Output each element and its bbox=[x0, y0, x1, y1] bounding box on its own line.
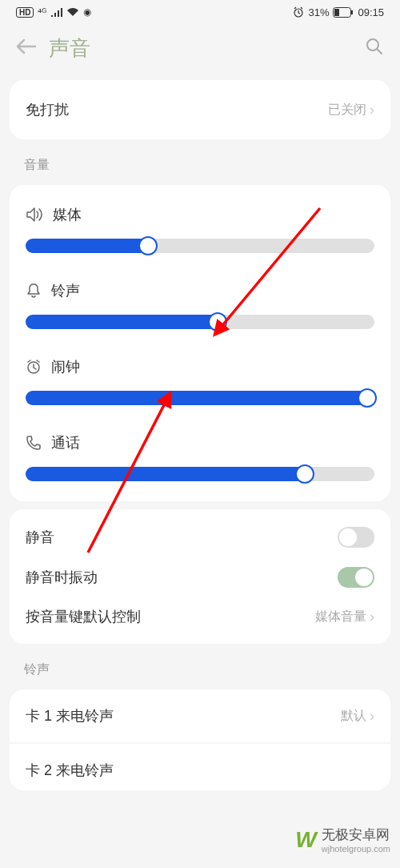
silent-row[interactable]: 静音 bbox=[26, 517, 374, 557]
svg-rect-2 bbox=[334, 9, 339, 16]
silent-label: 静音 bbox=[26, 528, 54, 547]
ring-slider-fill bbox=[26, 315, 218, 329]
call-slider-fill bbox=[26, 467, 305, 481]
volume-key-row[interactable]: 按音量键默认控制 媒体音量 › bbox=[26, 597, 374, 636]
clock-icon bbox=[26, 359, 42, 375]
status-right: 31% 09:15 bbox=[293, 6, 384, 18]
vibrate-toggle[interactable] bbox=[338, 567, 374, 588]
sim1-ringtone-row[interactable]: 卡 1 来电铃声 默认 › bbox=[10, 689, 390, 742]
svg-rect-3 bbox=[351, 10, 353, 14]
dnd-label: 免打扰 bbox=[26, 100, 69, 119]
chevron-right-icon: › bbox=[370, 708, 374, 725]
vibrate-label: 静音时振动 bbox=[26, 568, 98, 587]
dnd-row: 免打扰 已关闭 › bbox=[26, 98, 374, 122]
media-slider-item: 媒体 bbox=[26, 205, 374, 253]
sim2-ringtone-row[interactable]: 卡 2 来电铃声 bbox=[10, 744, 390, 790]
ring-slider-thumb[interactable] bbox=[208, 312, 227, 332]
sim2-label: 卡 2 来电铃声 bbox=[26, 761, 114, 780]
signal-4g: ⁴ᴳ bbox=[38, 6, 46, 18]
watermark-logo: W bbox=[295, 827, 316, 853]
volume-key-label: 按音量键默认控制 bbox=[26, 607, 141, 626]
dnd-value: 已关闭 bbox=[328, 102, 366, 119]
ring-slider[interactable] bbox=[26, 315, 374, 329]
sim1-label: 卡 1 来电铃声 bbox=[26, 706, 114, 725]
watermark: W 无极安卓网 wjhotelgroup.com bbox=[295, 826, 390, 854]
search-icon bbox=[365, 37, 384, 56]
back-button[interactable] bbox=[16, 37, 37, 59]
dnd-card[interactable]: 免打扰 已关闭 › bbox=[10, 80, 390, 139]
battery-percent: 31% bbox=[308, 6, 329, 18]
call-slider[interactable] bbox=[26, 467, 374, 481]
watermark-url: wjhotelgroup.com bbox=[322, 844, 390, 854]
hd-badge: HD bbox=[16, 7, 34, 18]
status-bar: HD ⁴ᴳ ◉ 31% 09:15 bbox=[0, 0, 400, 24]
media-label-row: 媒体 bbox=[26, 205, 374, 224]
alarm-slider-item: 闹钟 bbox=[26, 357, 374, 405]
alarm-slider-fill bbox=[26, 391, 367, 405]
volume-key-value: 媒体音量 bbox=[315, 609, 366, 625]
options-card: 静音 静音时振动 按音量键默认控制 媒体音量 › bbox=[10, 509, 390, 644]
volume-key-value-wrap: 媒体音量 › bbox=[315, 609, 374, 625]
dnd-value-wrap: 已关闭 › bbox=[328, 102, 374, 119]
toggle-knob bbox=[339, 528, 357, 546]
page-title: 声音 bbox=[49, 34, 353, 62]
globe-icon: ◉ bbox=[83, 6, 91, 18]
ring-slider-item: 铃声 bbox=[26, 281, 374, 329]
chevron-right-icon: › bbox=[370, 609, 374, 625]
media-volume-icon bbox=[26, 207, 43, 223]
back-arrow-icon bbox=[16, 38, 37, 54]
header: 声音 bbox=[0, 24, 400, 72]
chevron-right-icon: › bbox=[370, 102, 374, 119]
alarm-label-row: 闹钟 bbox=[26, 357, 374, 376]
sim1-value: 默认 bbox=[341, 708, 366, 725]
media-slider[interactable] bbox=[26, 239, 374, 253]
media-slider-fill bbox=[26, 239, 148, 253]
ring-label: 铃声 bbox=[51, 281, 80, 300]
vibrate-row[interactable]: 静音时振动 bbox=[26, 557, 374, 597]
call-label-row: 通话 bbox=[26, 433, 374, 452]
phone-icon bbox=[26, 435, 42, 451]
call-slider-item: 通话 bbox=[26, 433, 374, 481]
volume-card: 媒体 铃声 闹钟 通话 bbox=[10, 185, 390, 501]
call-slider-thumb[interactable] bbox=[295, 464, 314, 484]
call-label: 通话 bbox=[51, 433, 80, 452]
silent-toggle[interactable] bbox=[338, 527, 374, 548]
alarm-icon bbox=[293, 6, 304, 18]
media-label: 媒体 bbox=[53, 205, 82, 224]
ring-label-row: 铃声 bbox=[26, 281, 374, 300]
status-left: HD ⁴ᴳ ◉ bbox=[16, 6, 91, 18]
signal-bars-icon bbox=[50, 7, 62, 17]
watermark-text: 无极安卓网 bbox=[322, 826, 390, 844]
search-button[interactable] bbox=[365, 37, 384, 59]
sim1-value-wrap: 默认 › bbox=[341, 708, 374, 725]
ringtone-section-title: 铃声 bbox=[0, 652, 400, 681]
volume-section-title: 音量 bbox=[0, 147, 400, 177]
wifi-icon bbox=[66, 7, 79, 17]
alarm-label: 闹钟 bbox=[51, 357, 80, 376]
bell-icon bbox=[26, 283, 42, 299]
media-slider-thumb[interactable] bbox=[138, 236, 158, 255]
toggle-knob bbox=[355, 569, 373, 586]
battery-icon bbox=[333, 7, 354, 18]
alarm-slider[interactable] bbox=[26, 391, 374, 405]
alarm-slider-thumb[interactable] bbox=[358, 388, 377, 408]
time: 09:15 bbox=[358, 6, 384, 18]
